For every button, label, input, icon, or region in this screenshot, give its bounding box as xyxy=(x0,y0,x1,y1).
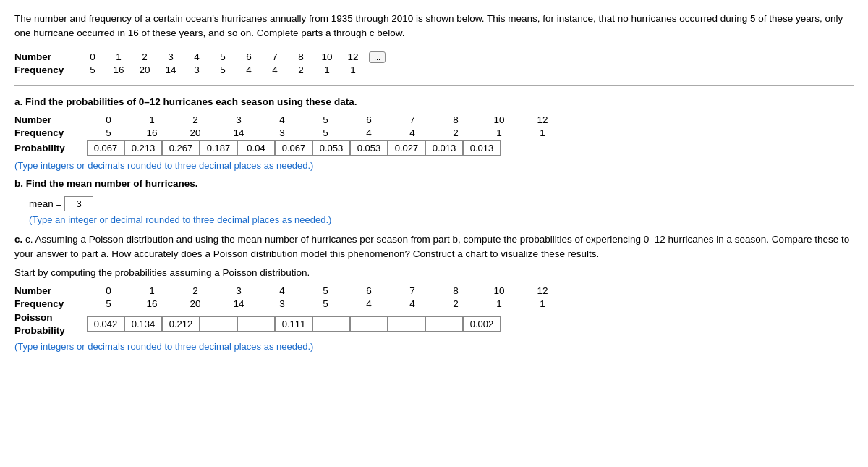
top-data-table: Number 0 1 2 3 4 5 6 7 8 10 12 ... Frequ… xyxy=(14,51,854,75)
section-c-number-label: Number xyxy=(14,285,87,296)
c-freq-7: 4 xyxy=(391,298,434,309)
freq-0: 5 xyxy=(80,64,106,75)
section-c-poisson-row: Poisson Probability xyxy=(14,311,854,337)
c-num-4: 4 xyxy=(260,285,304,296)
a-freq-8: 2 xyxy=(434,127,477,138)
section-c-table: Number 0 1 2 3 4 5 6 7 8 10 12 Frequency… xyxy=(14,285,854,337)
poisson-input-0[interactable] xyxy=(87,316,124,332)
prob-input-6[interactable] xyxy=(312,140,350,156)
a-freq-0: 5 xyxy=(87,127,130,138)
prob-input-4[interactable] xyxy=(237,140,275,156)
freq-7: 4 xyxy=(262,64,288,75)
c-freq-4: 3 xyxy=(260,298,304,309)
poisson-input-5[interactable] xyxy=(275,316,312,332)
a-num-0: 0 xyxy=(87,114,130,125)
c-num-2: 2 xyxy=(174,285,217,296)
a-num-10: 10 xyxy=(477,114,521,125)
a-num-8: 8 xyxy=(434,114,477,125)
a-num-12: 12 xyxy=(521,114,564,125)
num-1: 1 xyxy=(106,51,132,62)
mean-input[interactable] xyxy=(64,196,93,211)
c-freq-1: 16 xyxy=(130,298,174,309)
start-text: Start by computing the probabilities ass… xyxy=(14,267,854,278)
poisson-input-3[interactable] xyxy=(200,316,237,332)
num-10: 10 xyxy=(314,51,340,62)
section-c-title: c. c. Assuming a Poisson distribution an… xyxy=(14,232,854,262)
num-12: 12 xyxy=(340,51,366,62)
poisson-input-8[interactable] xyxy=(388,316,425,332)
frequency-label: Frequency xyxy=(14,64,80,75)
a-freq-4: 3 xyxy=(260,127,304,138)
a-num-4: 4 xyxy=(260,114,304,125)
section-a-number-label: Number xyxy=(14,114,87,125)
section-c-number-row: Number 0 1 2 3 4 5 6 7 8 10 12 xyxy=(14,285,854,296)
section-a-title: a. Find the probabilities of 0–12 hurric… xyxy=(14,96,854,107)
a-freq-10: 1 xyxy=(477,127,521,138)
expand-button[interactable]: ... xyxy=(369,51,386,63)
freq-1: 16 xyxy=(106,64,132,75)
a-num-3: 3 xyxy=(217,114,260,125)
prob-input-5[interactable] xyxy=(275,140,312,156)
poisson-input-10[interactable] xyxy=(425,316,463,332)
num-8: 8 xyxy=(288,51,314,62)
a-num-2: 2 xyxy=(174,114,217,125)
prob-input-7[interactable] xyxy=(350,140,388,156)
freq-6: 4 xyxy=(236,64,262,75)
c-freq-5: 5 xyxy=(304,298,347,309)
section-a-number-row: Number 0 1 2 3 4 5 6 7 8 10 12 xyxy=(14,114,854,125)
section-a-hint: (Type integers or decimals rounded to th… xyxy=(14,160,854,171)
num-0: 0 xyxy=(80,51,106,62)
section-c: c. c. Assuming a Poisson distribution an… xyxy=(14,232,854,353)
intro-paragraph: The number and frequency of a certain oc… xyxy=(14,12,854,41)
frequency-row: Frequency 5 16 20 14 3 5 4 4 2 1 1 xyxy=(14,64,854,75)
section-b: b. Find the mean number of hurricanes. m… xyxy=(14,178,854,225)
poisson-prob-label: Poisson Probability xyxy=(14,311,87,337)
prob-input-12[interactable] xyxy=(463,140,501,156)
poisson-input-6[interactable] xyxy=(312,316,350,332)
c-num-7: 7 xyxy=(391,285,434,296)
a-freq-12: 1 xyxy=(521,127,564,138)
a-freq-1: 16 xyxy=(130,127,174,138)
freq-4: 3 xyxy=(184,64,210,75)
c-freq-2: 20 xyxy=(174,298,217,309)
poisson-input-7[interactable] xyxy=(350,316,388,332)
freq-8: 2 xyxy=(288,64,314,75)
section-b-title: b. Find the mean number of hurricanes. xyxy=(14,178,854,189)
c-num-3: 3 xyxy=(217,285,260,296)
a-num-5: 5 xyxy=(304,114,347,125)
freq-12: 1 xyxy=(340,64,366,75)
section-a: a. Find the probabilities of 0–12 hurric… xyxy=(14,96,854,171)
num-3: 3 xyxy=(158,51,184,62)
num-6: 6 xyxy=(236,51,262,62)
section-a-freq-label: Frequency xyxy=(14,127,87,138)
poisson-input-1[interactable] xyxy=(124,316,162,332)
c-freq-12: 1 xyxy=(521,298,564,309)
num-4: 4 xyxy=(184,51,210,62)
c-num-12: 12 xyxy=(521,285,564,296)
poisson-input-12[interactable] xyxy=(463,316,501,332)
prob-input-10[interactable] xyxy=(425,140,463,156)
prob-input-8[interactable] xyxy=(388,140,425,156)
section-c-hint: (Type integers or decimals rounded to th… xyxy=(14,341,854,352)
c-num-5: 5 xyxy=(304,285,347,296)
number-row: Number 0 1 2 3 4 5 6 7 8 10 12 ... xyxy=(14,51,854,63)
num-5: 5 xyxy=(210,51,236,62)
prob-input-0[interactable] xyxy=(87,140,124,156)
section-a-prob-label: Probability xyxy=(14,143,87,153)
freq-10: 1 xyxy=(314,64,340,75)
poisson-input-2[interactable] xyxy=(162,316,200,332)
freq-2: 20 xyxy=(132,64,158,75)
section-a-table: Number 0 1 2 3 4 5 6 7 8 10 12 Frequency… xyxy=(14,114,854,156)
prob-input-1[interactable] xyxy=(124,140,162,156)
a-num-6: 6 xyxy=(347,114,391,125)
c-freq-0: 5 xyxy=(87,298,130,309)
c-num-8: 8 xyxy=(434,285,477,296)
prob-input-3[interactable] xyxy=(200,140,237,156)
divider-1 xyxy=(14,85,854,86)
mean-label: mean = xyxy=(29,198,61,209)
a-freq-7: 4 xyxy=(391,127,434,138)
section-c-text-body: c. Assuming a Poisson distribution and u… xyxy=(14,234,849,259)
prob-input-2[interactable] xyxy=(162,140,200,156)
poisson-input-4[interactable] xyxy=(237,316,275,332)
a-freq-6: 4 xyxy=(347,127,391,138)
